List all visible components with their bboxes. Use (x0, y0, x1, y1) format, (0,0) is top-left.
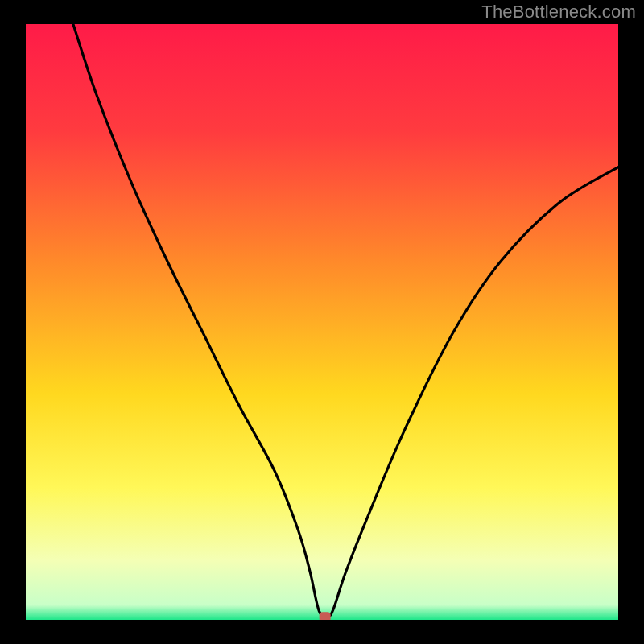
optimal-point-marker (320, 612, 331, 620)
plot-area (26, 24, 618, 620)
bottleneck-curve-svg (26, 24, 618, 620)
watermark-text: TheBottleneck.com (481, 2, 636, 23)
gradient-background (26, 24, 618, 620)
chart-frame: TheBottleneck.com (0, 0, 644, 644)
